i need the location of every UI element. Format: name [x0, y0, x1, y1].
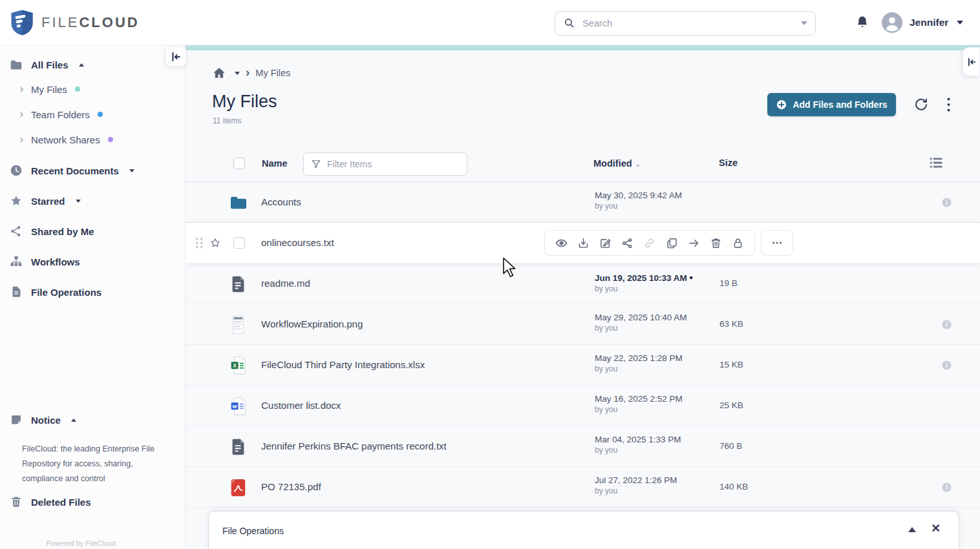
star-icon — [9, 194, 23, 208]
file-operations-title: File Operations — [222, 526, 284, 536]
column-header-name[interactable]: Name — [262, 158, 288, 169]
file-name[interactable]: readme.md — [261, 278, 310, 289]
file-name[interactable]: FileCloud Third Party Integrations.xlsx — [261, 359, 425, 370]
file-name[interactable]: onlinecourses.txt — [261, 237, 334, 248]
drag-handle-icon[interactable] — [195, 237, 207, 249]
file-name[interactable]: Accounts — [261, 196, 301, 207]
lock-icon[interactable] — [731, 236, 745, 250]
file-name[interactable]: Jennifer Perkins BFAC payments record.tx… — [261, 440, 447, 451]
chevron-right-icon — [17, 110, 26, 119]
sidebar-collapse-button[interactable] — [165, 47, 186, 67]
size-cell: 19 B — [719, 278, 738, 288]
edit-icon[interactable] — [599, 236, 612, 250]
search-bar[interactable] — [555, 11, 816, 36]
more-options-kebab-icon[interactable] — [943, 97, 953, 112]
pdf-file-icon — [228, 477, 249, 498]
excel-file-icon: X — [228, 355, 249, 376]
select-all-checkbox[interactable] — [233, 158, 245, 169]
file-name[interactable]: PO 72135.pdf — [261, 481, 321, 492]
folder-icon — [9, 57, 23, 72]
status-dot — [108, 137, 113, 142]
file-row[interactable]: Jennifer Perkins BFAC payments record.tx… — [186, 426, 980, 467]
sidebar-item-notice[interactable]: Notice — [0, 412, 186, 428]
sidebar-item-file-operations[interactable]: File Operations — [0, 284, 185, 300]
link-icon[interactable] — [643, 236, 656, 250]
notice-icon — [9, 413, 23, 427]
sidebar-item-starred[interactable]: Starred — [0, 193, 185, 209]
user-menu[interactable]: Jennifer — [882, 12, 963, 33]
home-icon[interactable] — [212, 67, 226, 79]
clock-icon — [9, 163, 23, 178]
avatar — [882, 12, 902, 33]
row-checkbox[interactable] — [233, 237, 245, 249]
share-icon — [9, 224, 23, 238]
preview-icon[interactable] — [555, 236, 568, 250]
expand-caret-icon — [76, 200, 81, 203]
copy-icon[interactable] — [665, 236, 679, 250]
add-files-button[interactable]: Add Files and Folders — [767, 93, 896, 116]
user-caret-icon — [957, 21, 963, 25]
info-icon[interactable] — [941, 360, 952, 371]
modified-cell: Jun 19, 2025 10:33 AM •by you — [595, 272, 693, 293]
file-row[interactable]: PO 72135.pdfJul 27, 2022 1:26 PMby you14… — [186, 467, 980, 508]
refresh-icon[interactable] — [913, 97, 929, 112]
filter-input[interactable] — [327, 159, 460, 169]
size-cell: 25 KB — [719, 400, 743, 410]
notifications-bell-icon[interactable] — [855, 15, 870, 32]
file-list: AccountsMay 30, 2025 9:42 AMby youonline… — [186, 182, 980, 508]
brand-logo[interactable]: FILECLOUD — [10, 9, 140, 36]
info-icon[interactable] — [941, 319, 952, 330]
item-count: 11 items — [213, 116, 241, 125]
list-view-icon[interactable] — [928, 154, 944, 171]
file-row[interactable]: WCustomer list.docxMay 16, 2025 2:52 PMb… — [186, 386, 980, 426]
sidebar-item-shared-by-me[interactable]: Shared by Me — [0, 223, 185, 239]
size-cell: 15 KB — [719, 360, 743, 369]
filter-funnel-icon — [310, 158, 322, 170]
panel-collapse-button[interactable] — [963, 47, 980, 76]
status-dot — [98, 112, 103, 117]
file-name[interactable]: Customer list.docx — [261, 400, 341, 411]
share-icon[interactable] — [621, 236, 634, 250]
file-row[interactable]: readme.mdJun 19, 2025 10:33 AM •by you19… — [186, 264, 980, 304]
search-input[interactable] — [582, 18, 794, 28]
panel-close-icon[interactable]: ✕ — [931, 521, 941, 535]
move-icon[interactable] — [687, 236, 701, 250]
row-action-toolbar — [544, 230, 755, 256]
breadcrumb-current[interactable]: My Files — [255, 68, 290, 78]
workflow-icon — [9, 254, 23, 269]
breadcrumb: › My Files — [212, 67, 290, 79]
delete-icon[interactable] — [709, 236, 723, 250]
plus-circle-icon — [776, 99, 787, 110]
search-icon — [563, 17, 576, 30]
search-dropdown-caret-icon[interactable] — [801, 21, 807, 25]
sidebar-item-all-files[interactable]: All Files — [0, 57, 185, 72]
file-operations-panel: File Operations ✕ — [208, 511, 959, 549]
sidebar-item-network-shares[interactable]: Network Shares — [0, 132, 185, 147]
more-actions-button[interactable] — [761, 230, 793, 256]
filter-field[interactable] — [303, 152, 467, 176]
column-header-modified[interactable]: Modified⌄ — [593, 158, 641, 169]
file-row[interactable]: onlinecourses.txt — [186, 223, 980, 264]
sidebar-item-recent-documents[interactable]: Recent Documents — [0, 163, 185, 178]
file-row[interactable]: AccountsMay 30, 2025 9:42 AMby you — [186, 182, 980, 223]
file-row[interactable]: WorkflowExpiration.pngMay 29, 2025 10:40… — [186, 304, 980, 345]
sidebar-item-deleted-files[interactable]: Deleted Files — [0, 494, 186, 510]
panel-expand-caret-icon[interactable] — [908, 527, 916, 532]
info-icon[interactable] — [941, 197, 952, 208]
info-icon[interactable] — [941, 482, 952, 493]
user-name: Jennifer — [910, 17, 948, 28]
sidebar-item-workflows[interactable]: Workflows — [0, 254, 185, 269]
folder-file-icon — [228, 192, 249, 213]
size-cell: 140 KB — [719, 482, 748, 492]
main-content: › My Files My Files 11 items Add Files a… — [186, 45, 980, 549]
sidebar-item-team-folders[interactable]: Team Folders — [0, 107, 185, 122]
file-row[interactable]: XFileCloud Third Party Integrations.xlsx… — [186, 345, 980, 386]
column-header-size: Size — [719, 158, 738, 168]
sidebar-item-my-files[interactable]: My Files — [0, 81, 185, 97]
file-name[interactable]: WorkflowExpiration.png — [261, 318, 363, 329]
collapse-caret-icon — [79, 63, 84, 67]
breadcrumb-caret-icon[interactable] — [235, 72, 240, 75]
download-icon[interactable] — [577, 236, 590, 250]
star-outline-icon[interactable] — [209, 236, 222, 249]
txt-file-icon — [228, 437, 249, 457]
